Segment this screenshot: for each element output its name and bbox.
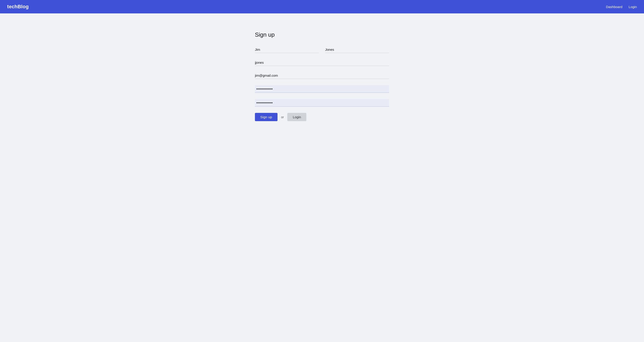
signup-form-container: Sign up Sign up or xyxy=(255,27,389,126)
signup-button[interactable]: Sign up xyxy=(255,113,278,121)
username-input[interactable] xyxy=(255,59,389,66)
navbar-links: Dashboard Login xyxy=(606,5,637,9)
username-group xyxy=(255,59,389,66)
first-name-group xyxy=(255,46,319,53)
last-name-group xyxy=(325,46,389,53)
navbar: techBlog Dashboard Login xyxy=(0,0,644,14)
last-name-input[interactable] xyxy=(325,46,389,53)
login-nav-link[interactable]: Login xyxy=(628,5,637,9)
confirm-password-group xyxy=(255,99,389,106)
dashboard-link[interactable]: Dashboard xyxy=(606,5,622,9)
confirm-password-input[interactable] xyxy=(255,99,389,106)
main-content: Sign up Sign up or xyxy=(0,14,644,126)
email-group xyxy=(255,72,389,79)
form-title: Sign up xyxy=(255,31,389,38)
buttons-row: Sign up or Login xyxy=(255,113,389,121)
email-input[interactable] xyxy=(255,72,389,79)
brand-logo: techBlog xyxy=(7,4,29,10)
name-row xyxy=(255,46,389,53)
or-text: or xyxy=(281,115,284,119)
password-group xyxy=(255,85,389,93)
first-name-input[interactable] xyxy=(255,46,319,53)
login-button[interactable]: Login xyxy=(287,113,306,121)
password-input[interactable] xyxy=(255,85,389,93)
